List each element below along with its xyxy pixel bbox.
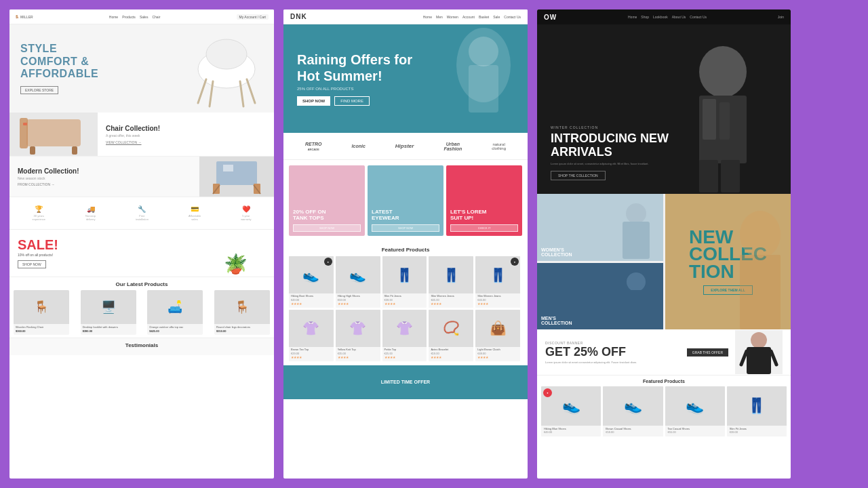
svg-rect-6 — [26, 119, 81, 146]
svg-point-30 — [740, 211, 781, 258]
col2-hero-sub: 25% OFF ON ALL PRODUCTS — [297, 87, 514, 91]
col2-banner1-btn[interactable]: SHOP NOW — [293, 224, 361, 232]
col2-hero-buttons: SHOP NOW FIND MORE — [297, 96, 514, 106]
col1-explore-button[interactable]: EXPLORE STORE — [20, 86, 58, 94]
col3-feat-1-badge: ● — [543, 388, 552, 397]
svg-rect-27 — [623, 222, 650, 259]
col1-sale-sub: 10% off on all products! — [18, 253, 205, 257]
col2-product-9: 📿 Aztec Bracelet €19.00 ★★★★ — [429, 310, 473, 361]
col1-product-2-img: 🖥️ — [81, 290, 136, 324]
col1-nav: 🪑 MILLER Home Products Sales Chair My Ac… — [9, 9, 274, 24]
col2-products-grid: 👟 ● Hiking Boot Shoes €49.00 ★★★★ 👟 Hiki… — [283, 256, 528, 308]
col1-nav-cart[interactable]: My Account / Cart — [237, 14, 269, 20]
col3-nav-join[interactable]: Join — [778, 15, 784, 19]
col2-product-10-img: 👜 — [475, 310, 520, 347]
col3-feat-2-price: €59.00 — [606, 430, 660, 434]
svg-rect-22 — [703, 99, 716, 140]
svg-rect-31 — [740, 255, 781, 329]
svg-point-32 — [751, 332, 767, 348]
svg-point-26 — [626, 203, 646, 224]
col2-find-more-button[interactable]: FIND MORE — [334, 96, 370, 106]
col2-product-5-stars: ★★★★ — [477, 302, 518, 306]
col3-feat-3-info: Tan Casual Shoes €55.00 — [665, 426, 725, 436]
col2-nav-women[interactable]: Women — [447, 15, 458, 19]
svg-line-34 — [741, 351, 747, 365]
col2-products-grid-row2: 👚 Brown Tan Top €29.00 ★★★★ 👚 Yellow Kni… — [283, 310, 528, 361]
col1-modern-content: Modern Collection! New season stock FROM… — [9, 157, 199, 197]
col3-nav-shop[interactable]: Shop — [641, 15, 649, 19]
col3-feat-grid: 👟 ● Hiking Blue Shoes €49.00 👟 Brown Cas… — [537, 386, 791, 436]
col2-nav-account[interactable]: Account — [462, 15, 475, 19]
col1-nav-chair[interactable]: Chair — [152, 15, 160, 19]
col2-banner2-btn[interactable]: SHOP NOW — [372, 224, 439, 232]
col2-product-5-info: Slim Women Jeans €45.00 ★★★★ — [475, 293, 520, 308]
col1-nav-home[interactable]: Home — [109, 15, 118, 19]
col2-product-8-stars: ★★★★ — [384, 355, 425, 359]
col1-feature-delivery-text: Nonstopdelivery — [85, 214, 96, 221]
col2-product-5: 👖 ● Slim Women Jeans €45.00 ★★★★ — [475, 256, 520, 308]
col2-offer-text: LIMITED TIME OFFER — [381, 380, 430, 384]
col2-product-6: 👚 Brown Tan Top €29.00 ★★★★ — [289, 310, 334, 361]
col2-nav-basket[interactable]: Basket — [479, 15, 489, 19]
col3-logo: OW — [544, 14, 557, 21]
col1-product-2-price: $390.00 — [81, 329, 136, 335]
col2-banner3-btn[interactable]: CHECK IT — [450, 224, 518, 232]
col3-discount-title: GET 25% OFF — [545, 345, 680, 359]
col2-product-6-stars: ★★★★ — [291, 355, 332, 359]
warranty-icon: ❤️ — [242, 205, 250, 213]
col2-product-7-img: 👚 — [336, 310, 380, 347]
col2-product-4-info: Slim Women Jeans €45.00 ★★★★ — [429, 293, 473, 308]
col1-product-2-name: Desktop booklet with drawers — [81, 324, 136, 329]
col2-product-9-img: 📿 — [429, 310, 473, 347]
col1-nav-products[interactable]: Products — [122, 15, 136, 19]
col3-nav-about[interactable]: About Us — [672, 15, 686, 19]
col2-shop-now-button[interactable]: SHOP NOW — [297, 96, 330, 106]
col2-nav-contact[interactable]: Contact Us — [504, 15, 521, 19]
col3-new-collection: NEWCOLLECTION EXPLORE THEM ALL — [665, 194, 791, 329]
install-icon: 🔧 — [138, 205, 146, 213]
col1-shop-now-button[interactable]: SHOP NOW — [18, 260, 46, 268]
col3-nav-contact[interactable]: Contact Us — [690, 15, 707, 19]
col3-feat-1-info: Hiking Blue Shoes €49.00 — [541, 426, 601, 436]
col2-nav-home[interactable]: Home — [423, 15, 432, 19]
col1-feature-payment-text: Affordablesales — [189, 214, 201, 221]
col3-nav: OW Home Shop Lookbook About Us Contact U… — [537, 9, 791, 24]
col2-banner3-title: LET'S LOREMSUIT UP! — [450, 209, 518, 222]
col1-product-4-name: Round chair legs decorators — [214, 324, 270, 329]
col2-product-6-img: 👚 — [289, 310, 334, 347]
col3-feat-2: 👟 Brown Casual Shoes €59.00 — [603, 386, 663, 436]
col2-product-2-img: 👟 — [336, 256, 380, 293]
col1-chair-content: Chair Collection! A great offer, this we… — [98, 113, 274, 156]
col2-banner-eyewear: LATESTEYEWEAR SHOP NOW — [368, 165, 443, 236]
payment-icon: 💳 — [191, 205, 199, 213]
col1-product-2: 🖥️ Desktop booklet with drawers $390.00 — [81, 290, 136, 335]
col1-feature-warranty-text: 5 yearwarranty — [241, 214, 251, 221]
col1-nav-sales[interactable]: Sales — [140, 15, 149, 19]
experience-icon: 🏆 — [35, 205, 43, 213]
svg-rect-9 — [20, 118, 28, 148]
col3-feat-3-price: €55.00 — [668, 430, 722, 434]
col3-grab-offer-button[interactable]: GRAB THIS OFFER — [687, 348, 728, 357]
col2-banner-suits: LET'S LOREMSUIT UP! CHECK IT — [446, 165, 522, 236]
col1-modern-link[interactable]: FROM COLLECTION → — [18, 182, 191, 186]
col1-hero-title: STYLECOMFORT &AFFORDABLE — [20, 43, 98, 80]
col3-hero-model — [662, 24, 770, 194]
col2-nav-sale[interactable]: Sale — [493, 15, 500, 19]
col1-product-4-price: $310.00 — [214, 329, 270, 335]
col3-hero-label: WINTER COLLECTION — [551, 125, 669, 129]
svg-line-2 — [198, 79, 206, 103]
col3-featured-title: Featured Products — [537, 375, 791, 386]
col3-feat-1: 👟 ● Hiking Blue Shoes €49.00 — [541, 386, 601, 436]
col3-shop-collection-button[interactable]: SHOP THE COLLECTION — [551, 171, 606, 180]
col1-product-3: 🛋️ Orange outdoor villa top vac $425.00 — [147, 290, 203, 335]
col3-coll-new-content: NEWCOLLECTION EXPLORE THEM ALL — [665, 194, 791, 329]
col3-nav-home[interactable]: Home — [628, 15, 637, 19]
col1-chair-link[interactable]: VIEW COLLECTION → — [106, 140, 266, 144]
col1-sale-banner: SALE! 10% off on all products! SHOP NOW … — [9, 230, 274, 277]
col2-product-8-info: Petite Top €25.00 ★★★★ — [382, 347, 427, 361]
col2-nav-men[interactable]: Men — [436, 15, 443, 19]
col3-nav-lookbook[interactable]: Lookbook — [653, 15, 668, 19]
col2-product-9-info: Aztec Bracelet €19.00 ★★★★ — [429, 347, 473, 361]
col3-hero-text: Lorem ipsum dolor sit amet, consectetur … — [551, 162, 669, 165]
col2-product-1-badge: ● — [324, 258, 332, 266]
